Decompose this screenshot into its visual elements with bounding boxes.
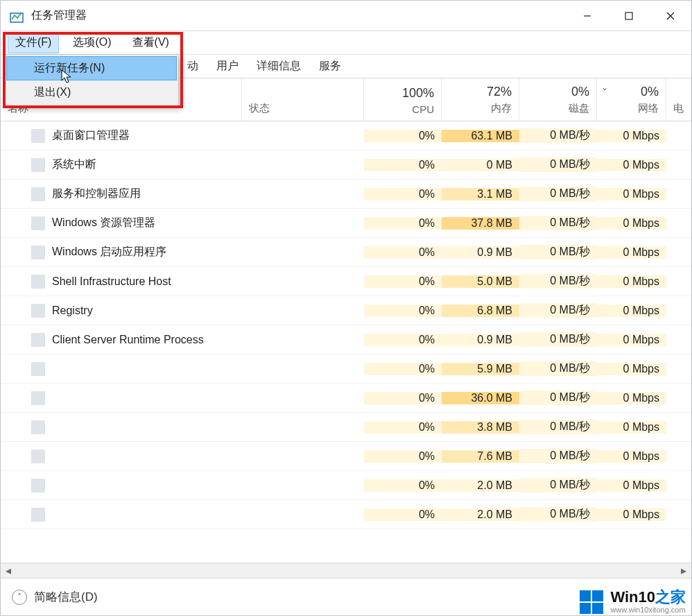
table-row[interactable]: Shell Infrastructure Host0%5.0 MB0 MB/秒0… bbox=[1, 267, 691, 296]
cell-name: 服务和控制器应用 bbox=[1, 187, 242, 201]
cell-network: 0 Mbps bbox=[597, 188, 666, 200]
svg-rect-2 bbox=[625, 12, 632, 19]
horizontal-scrollbar[interactable]: ◂ ▸ bbox=[1, 563, 691, 578]
table-row[interactable]: 服务和控制器应用0%3.1 MB0 MB/秒0 Mbps bbox=[1, 180, 691, 209]
menu-options[interactable]: 选项(O) bbox=[66, 33, 118, 53]
cell-memory: 3.8 MB bbox=[442, 421, 519, 434]
process-icon bbox=[31, 158, 45, 172]
process-name: 桌面窗口管理器 bbox=[52, 128, 130, 143]
scroll-track[interactable] bbox=[16, 563, 676, 578]
cell-disk: 0 MB/秒 bbox=[519, 216, 597, 230]
table-row[interactable]: 0%36.0 MB0 MB/秒0 Mbps bbox=[1, 384, 691, 413]
process-icon bbox=[31, 187, 45, 201]
task-manager-window: 任务管理器 文件(F) 选项(O) 查看(V) 动 用户 详细信息 服务 名称 bbox=[0, 0, 692, 616]
cell-cpu: 0% bbox=[364, 421, 442, 434]
process-name: Registry bbox=[52, 305, 93, 317]
cell-memory: 63.1 MB bbox=[442, 130, 519, 142]
scroll-left-icon[interactable]: ◂ bbox=[1, 563, 16, 579]
menu-file[interactable]: 文件(F) bbox=[8, 32, 59, 53]
col-network[interactable]: ⌄ 0% 网络 bbox=[597, 78, 666, 121]
cell-memory: 2.0 MB bbox=[442, 508, 519, 521]
cell-disk: 0 MB/秒 bbox=[519, 274, 597, 289]
scroll-right-icon[interactable]: ▸ bbox=[676, 563, 691, 579]
chevron-down-icon: ⌄ bbox=[601, 83, 608, 92]
tab-details[interactable]: 详细信息 bbox=[248, 54, 310, 78]
process-name: 服务和控制器应用 bbox=[52, 187, 141, 201]
cell-cpu: 0% bbox=[364, 159, 442, 171]
cell-disk: 0 MB/秒 bbox=[519, 187, 597, 201]
minimize-button[interactable] bbox=[566, 1, 608, 31]
cell-memory: 36.0 MB bbox=[442, 392, 519, 404]
table-row[interactable]: Registry0%6.8 MB0 MB/秒0 Mbps bbox=[1, 296, 691, 325]
table-row[interactable]: Windows 启动应用程序0%0.9 MB0 MB/秒0 Mbps bbox=[1, 238, 691, 267]
cell-network: 0 Mbps bbox=[597, 246, 666, 259]
cell-network: 0 Mbps bbox=[597, 508, 666, 521]
cell-cpu: 0% bbox=[364, 130, 442, 142]
cell-cpu: 0% bbox=[364, 188, 442, 200]
cell-memory: 37.8 MB bbox=[442, 217, 519, 230]
table-row[interactable]: 0%3.8 MB0 MB/秒0 Mbps bbox=[1, 413, 691, 442]
process-icon bbox=[31, 479, 45, 493]
titlebar: 任务管理器 bbox=[1, 1, 691, 31]
cell-cpu: 0% bbox=[364, 217, 442, 230]
cell-cpu: 0% bbox=[364, 450, 442, 463]
process-icon bbox=[31, 275, 45, 289]
col-power-partial[interactable]: 电 bbox=[666, 78, 691, 121]
col-status[interactable]: 状态 bbox=[242, 78, 364, 121]
watermark: Win10之家 www.win10xitong.com bbox=[580, 590, 686, 614]
cell-memory: 6.8 MB bbox=[442, 305, 519, 317]
maximize-button[interactable] bbox=[608, 1, 650, 31]
cell-memory: 0.9 MB bbox=[442, 334, 519, 346]
process-icon bbox=[31, 420, 45, 434]
cell-disk: 0 MB/秒 bbox=[519, 332, 597, 347]
table-row[interactable]: Windows 资源管理器0%37.8 MB0 MB/秒0 Mbps bbox=[1, 209, 691, 238]
col-disk[interactable]: 0% 磁盘 bbox=[519, 78, 597, 121]
cell-name bbox=[1, 479, 242, 493]
cell-network: 0 Mbps bbox=[597, 334, 666, 346]
cell-network: 0 Mbps bbox=[597, 217, 666, 230]
process-icon bbox=[31, 304, 45, 318]
cell-network: 0 Mbps bbox=[597, 479, 666, 492]
cell-disk: 0 MB/秒 bbox=[519, 507, 597, 522]
cell-memory: 0 MB bbox=[442, 159, 519, 171]
cell-disk: 0 MB/秒 bbox=[519, 449, 597, 463]
cell-name bbox=[1, 450, 242, 463]
process-list[interactable]: 桌面窗口管理器0%63.1 MB0 MB/秒0 Mbps系统中断0%0 MB0 … bbox=[1, 121, 691, 563]
cell-network: 0 Mbps bbox=[597, 305, 666, 317]
cell-disk: 0 MB/秒 bbox=[519, 303, 597, 318]
table-row[interactable]: Client Server Runtime Process0%0.9 MB0 M… bbox=[1, 325, 691, 354]
cell-cpu: 0% bbox=[364, 363, 442, 375]
col-cpu[interactable]: 100% CPU bbox=[364, 78, 442, 121]
cell-cpu: 0% bbox=[364, 334, 442, 346]
table-row[interactable]: 系统中断0%0 MB0 MB/秒0 Mbps bbox=[1, 151, 691, 180]
cell-cpu: 0% bbox=[364, 246, 442, 259]
cell-memory: 0.9 MB bbox=[442, 246, 519, 259]
cell-name: 系统中断 bbox=[1, 157, 242, 172]
menu-run-new-task[interactable]: 运行新任务(N) bbox=[6, 56, 177, 80]
fewer-details-button[interactable]: ˄ 简略信息(D) bbox=[12, 589, 98, 605]
cell-network: 0 Mbps bbox=[597, 275, 666, 288]
menu-exit[interactable]: 退出(X) bbox=[6, 80, 177, 105]
tab-users[interactable]: 用户 bbox=[207, 54, 248, 78]
process-icon bbox=[31, 129, 45, 143]
close-button[interactable] bbox=[650, 1, 691, 31]
cell-cpu: 0% bbox=[364, 508, 442, 521]
cell-memory: 5.0 MB bbox=[442, 275, 519, 288]
tab-services[interactable]: 服务 bbox=[310, 54, 350, 78]
menu-view[interactable]: 查看(V) bbox=[126, 33, 176, 53]
cell-name bbox=[1, 508, 242, 522]
col-memory[interactable]: 72% 内存 bbox=[442, 78, 519, 121]
chevron-up-circle-icon: ˄ bbox=[12, 590, 27, 605]
cell-disk: 0 MB/秒 bbox=[519, 157, 597, 172]
tab-startup-partial[interactable]: 动 bbox=[178, 54, 207, 78]
process-icon bbox=[31, 508, 45, 522]
cell-network: 0 Mbps bbox=[597, 450, 666, 463]
table-row[interactable]: 0%5.9 MB0 MB/秒0 Mbps bbox=[1, 354, 691, 384]
process-icon bbox=[31, 391, 45, 405]
process-name: Shell Infrastructure Host bbox=[52, 275, 171, 288]
table-row[interactable]: 0%2.0 MB0 MB/秒0 Mbps bbox=[1, 471, 691, 500]
table-row[interactable]: 0%7.6 MB0 MB/秒0 Mbps bbox=[1, 442, 691, 471]
table-row[interactable]: 桌面窗口管理器0%63.1 MB0 MB/秒0 Mbps bbox=[1, 121, 691, 151]
process-icon bbox=[31, 333, 45, 347]
table-row[interactable]: 0%2.0 MB0 MB/秒0 Mbps bbox=[1, 500, 691, 529]
